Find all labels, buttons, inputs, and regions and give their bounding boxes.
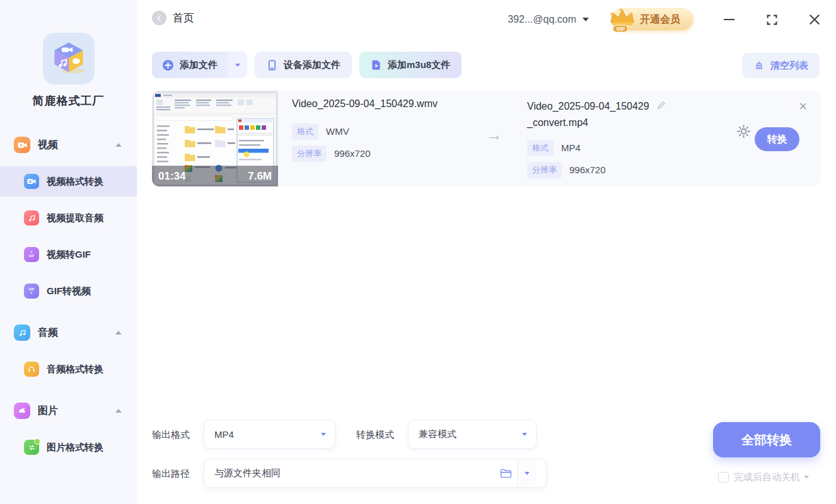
- music-note-icon: [14, 324, 30, 341]
- convert-mode-label: 转换模式: [356, 429, 394, 441]
- minimize-button[interactable]: [721, 12, 736, 27]
- sidebar-item-video-to-gif[interactable]: GIF 视频转GIF: [0, 239, 137, 270]
- plus-circle-icon: [162, 59, 174, 71]
- video-size: 7.6M: [248, 170, 272, 183]
- gif-to-video-icon: GIF: [24, 284, 39, 299]
- close-button[interactable]: [807, 12, 822, 27]
- output-path-field[interactable]: 与源文件夹相同: [204, 459, 547, 488]
- add-device-file-label: 设备添加文件: [284, 59, 340, 71]
- gear-icon: [736, 123, 752, 139]
- convert-all-button[interactable]: 全部转换: [713, 422, 820, 457]
- sidebar-item-gif-to-video[interactable]: GIF GIF转视频: [0, 276, 137, 306]
- home-label: 首页: [173, 11, 194, 25]
- sidebar-item-image-convert[interactable]: 图片格式转换: [0, 432, 137, 462]
- output-format-label: 输出格式: [152, 429, 190, 441]
- sidebar-group-label: 图片: [38, 404, 58, 418]
- vip-label: 开通会员: [640, 13, 680, 26]
- image-convert-icon: [24, 440, 39, 455]
- sidebar-item-extract-audio[interactable]: 视频提取音频: [0, 203, 137, 233]
- add-file-dropdown[interactable]: [228, 52, 247, 78]
- convert-button-label: 转换: [767, 133, 787, 146]
- account-menu[interactable]: 392...@qq.com: [508, 14, 589, 25]
- convert-all-label: 全部转换: [741, 432, 792, 449]
- source-format-value: WMV: [326, 126, 349, 137]
- clear-list-button[interactable]: 清空列表: [742, 53, 820, 78]
- source-filename: Video_2025-09-04_150429.wmv: [292, 98, 438, 110]
- back-home-button[interactable]: 首页: [152, 11, 194, 25]
- target-filename: Video_2025-09-04_150429 _convert.mp4: [527, 98, 665, 131]
- output-format-select[interactable]: MP4: [204, 420, 335, 449]
- auto-shutdown-label: 完成后自动关机: [734, 471, 800, 483]
- convert-mode-select[interactable]: 兼容模式: [408, 420, 537, 449]
- extract-audio-icon: [24, 210, 39, 226]
- sidebar-item-audio-convert[interactable]: 音频格式转换: [0, 354, 137, 384]
- m3u8-file-icon: [371, 59, 382, 71]
- format-tag: 格式: [527, 140, 554, 156]
- main-panel: 首页 392...@qq.com VIP: [137, 0, 836, 504]
- app-window: 简鹿格式工厂 视频 视频格式转换 视频提取音频: [0, 0, 836, 504]
- collapse-arrow-icon[interactable]: [115, 331, 122, 335]
- chevron-down-icon: [583, 18, 589, 21]
- collapse-arrow-icon[interactable]: [115, 409, 122, 413]
- convert-direction-arrow-icon: →: [486, 125, 502, 145]
- maximize-button[interactable]: [764, 12, 779, 27]
- app-logo-icon: [43, 33, 95, 84]
- video-to-gif-icon: GIF: [24, 247, 39, 262]
- source-file-info: Video_2025-09-04_150429.wmv 格式 WMV 分辨率 9…: [292, 98, 438, 161]
- browse-folder-button[interactable]: [499, 467, 513, 480]
- sidebar-item-label: GIF转视频: [47, 285, 91, 297]
- thumbnail-overlay: 01:34 7.6M: [152, 166, 278, 186]
- output-format-value: MP4: [214, 429, 234, 440]
- edit-filename-icon[interactable]: [656, 100, 667, 113]
- sidebar-item-label: 图片格式转换: [47, 442, 103, 454]
- resolution-tag: 分辨率: [292, 146, 327, 162]
- video-camera-icon: [14, 137, 30, 153]
- svg-text:VIP: VIP: [616, 26, 625, 32]
- add-file-button[interactable]: 添加文件: [152, 52, 247, 78]
- back-arrow-icon[interactable]: [152, 11, 166, 25]
- row-settings-button[interactable]: [736, 123, 752, 142]
- add-m3u8-label: 添加m3u8文件: [388, 59, 450, 71]
- account-email: 392...@qq.com: [508, 14, 576, 25]
- phone-icon: [266, 59, 278, 71]
- auto-shutdown-checkbox[interactable]: [718, 472, 729, 483]
- sidebar-item-label: 音频格式转换: [47, 364, 103, 375]
- sidebar-group-image[interactable]: 图片: [0, 396, 137, 426]
- convert-mode-value: 兼容模式: [419, 428, 456, 440]
- chevron-down-icon: [321, 433, 326, 436]
- add-device-file-button[interactable]: 设备添加文件: [255, 52, 352, 78]
- app-name: 简鹿格式工厂: [0, 93, 137, 108]
- target-file-info: Video_2025-09-04_150429 _convert.mp4 格式 …: [527, 98, 685, 178]
- sidebar-group-video[interactable]: 视频: [0, 130, 137, 160]
- collapse-arrow-icon[interactable]: [115, 143, 122, 147]
- output-path-label: 输出路径: [152, 468, 190, 480]
- chevron-down-icon: [522, 433, 527, 436]
- sidebar-item-video-convert[interactable]: 视频格式转换: [0, 166, 137, 197]
- video-thumbnail[interactable]: 01:34 7.6M: [152, 91, 278, 186]
- broom-icon: [753, 60, 765, 71]
- title-bar: 首页 392...@qq.com VIP: [137, 0, 836, 39]
- sidebar-group-audio[interactable]: 音频: [0, 318, 137, 348]
- convert-button[interactable]: 转换: [755, 127, 799, 151]
- target-format-value: MP4: [561, 142, 581, 153]
- auto-shutdown-option: 完成后自动关机: [718, 471, 809, 483]
- sidebar-item-label: 视频转GIF: [47, 249, 91, 261]
- minimize-icon: [724, 19, 734, 20]
- output-path-dropdown[interactable]: [518, 459, 536, 487]
- vip-upgrade-button[interactable]: VIP 开通会员: [612, 8, 694, 31]
- sidebar-item-label: 视频格式转换: [47, 176, 103, 188]
- video-convert-icon: [24, 174, 39, 189]
- chevron-down-icon[interactable]: [804, 476, 809, 479]
- svg-text:GIF: GIF: [29, 254, 35, 258]
- sidebar-group-label: 音频: [38, 326, 58, 340]
- remove-file-button[interactable]: ×: [799, 100, 807, 113]
- sidebar-group-label: 视频: [38, 139, 58, 152]
- image-cloud-icon: [14, 403, 30, 419]
- video-duration: 01:34: [158, 170, 185, 183]
- headphones-icon: [24, 362, 39, 377]
- format-tag: 格式: [292, 123, 318, 140]
- app-logo-block: 简鹿格式工厂: [0, 0, 137, 108]
- maximize-icon: [767, 14, 777, 25]
- add-m3u8-button[interactable]: 添加m3u8文件: [359, 52, 462, 78]
- target-resolution-value: 996x720: [569, 164, 606, 175]
